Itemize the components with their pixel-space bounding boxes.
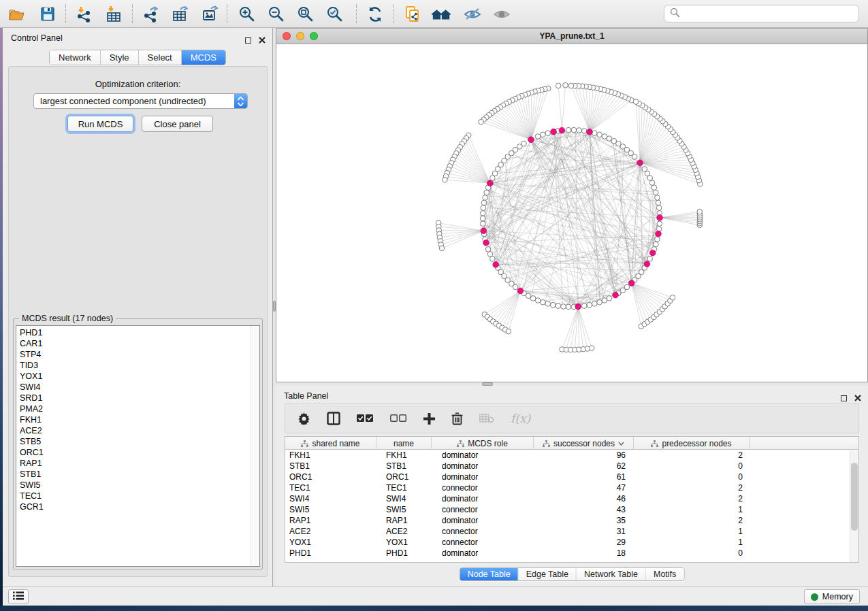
graph-node[interactable] [581, 303, 587, 309]
graph-node[interactable] [649, 180, 655, 186]
run-mcds-button[interactable]: Run MCDS [67, 116, 133, 132]
graph-node-mcds[interactable] [483, 240, 489, 246]
cell-shared-name[interactable]: STB1 [285, 461, 376, 472]
cell-MCDS-role[interactable]: dominator [432, 548, 534, 559]
export-image-icon[interactable] [200, 4, 221, 24]
graph-node[interactable] [550, 302, 556, 308]
graph-node[interactable] [556, 303, 561, 309]
graph-node[interactable] [490, 257, 496, 262]
cell-shared-name[interactable]: YOX1 [285, 537, 376, 548]
graph-node[interactable] [439, 246, 445, 251]
deselect-all-checks-icon[interactable] [390, 414, 407, 423]
column-header-successor-nodes[interactable]: successor nodes [534, 437, 634, 450]
cell-shared-name[interactable]: FKH1 [285, 450, 376, 461]
column-layout-icon[interactable] [327, 412, 340, 425]
mcds-result-item[interactable]: TEC1 [16, 491, 259, 501]
graph-node[interactable] [592, 301, 598, 307]
cell-name[interactable]: STB1 [376, 461, 432, 472]
cell-name[interactable]: ACE2 [376, 526, 432, 537]
graph-node[interactable] [526, 293, 531, 299]
cell-successor-nodes[interactable]: 31 [534, 526, 634, 537]
cell-successor-nodes[interactable]: 29 [534, 537, 634, 548]
hide-selected-icon[interactable] [462, 4, 483, 24]
graph-node[interactable] [480, 211, 485, 216]
network-canvas[interactable] [276, 44, 867, 382]
cell-MCDS-role[interactable]: connector [432, 504, 534, 515]
cell-name[interactable]: ORC1 [376, 472, 432, 482]
clone-network-icon[interactable] [402, 4, 423, 24]
graph-node[interactable] [485, 247, 491, 252]
mcds-result-item[interactable]: RAP1 [16, 458, 259, 469]
cell-successor-nodes[interactable]: 47 [534, 482, 634, 493]
mcds-result-item[interactable]: FKH1 [16, 414, 259, 425]
graph-node[interactable] [602, 134, 607, 139]
graph-node[interactable] [484, 190, 489, 195]
graph-node-mcds[interactable] [628, 280, 634, 286]
graph-node[interactable] [656, 205, 662, 211]
search-input[interactable] [684, 7, 858, 20]
tab-network[interactable]: Network [50, 50, 101, 65]
cell-name[interactable]: FKH1 [376, 450, 432, 461]
graph-node[interactable] [597, 132, 602, 137]
graph-node-mcds[interactable] [649, 250, 656, 257]
graph-node[interactable] [545, 301, 551, 307]
show-all-icon[interactable] [492, 4, 512, 24]
cell-name[interactable]: PHD1 [376, 548, 432, 559]
cell-shared-name[interactable]: RAP1 [285, 515, 376, 526]
zoom-selected-icon[interactable] [325, 4, 345, 24]
graph-node[interactable] [541, 132, 546, 137]
graph-node[interactable] [602, 298, 607, 303]
cell-MCDS-role[interactable]: dominator [432, 450, 534, 461]
network-view[interactable] [276, 44, 867, 382]
scrollbar-thumb[interactable] [851, 463, 858, 531]
mcds-result-item[interactable]: YOX1 [16, 371, 259, 382]
mcds-result-item[interactable]: ACE2 [16, 425, 259, 436]
cell-predecessor-nodes[interactable]: 0 [634, 461, 750, 472]
mcds-result-item[interactable]: SWI4 [16, 382, 259, 393]
graph-node[interactable] [587, 302, 592, 308]
tab-node-table[interactable]: Node Table [460, 568, 519, 580]
mcds-result-item[interactable]: STB5 [16, 436, 259, 447]
close-panel-button[interactable]: Close panel [142, 116, 213, 132]
tab-mcds[interactable]: MCDS [182, 50, 225, 65]
list-scrollbar[interactable] [251, 326, 259, 566]
delete-column-icon[interactable] [451, 412, 463, 425]
graph-node-mcds[interactable] [551, 129, 557, 135]
graph-node[interactable] [530, 296, 536, 301]
table-scrollbar[interactable] [850, 450, 858, 562]
close-panel-icon[interactable] [854, 392, 861, 404]
table-row[interactable]: FKH1FKH1dominator962 [285, 450, 858, 461]
close-panel-icon[interactable] [259, 34, 266, 46]
graph-node[interactable] [541, 299, 546, 305]
graph-node[interactable] [607, 296, 612, 301]
select-all-checks-icon[interactable] [357, 414, 374, 423]
cell-shared-name[interactable]: SWI4 [285, 493, 376, 504]
graph-node-mcds[interactable] [487, 180, 494, 186]
cell-MCDS-role[interactable]: dominator [432, 461, 534, 472]
graph-node-mcds[interactable] [481, 228, 487, 234]
mcds-result-item[interactable]: SRD1 [16, 393, 259, 403]
graph-node[interactable] [481, 200, 487, 205]
graph-node[interactable] [480, 216, 485, 221]
cell-shared-name[interactable]: TEC1 [285, 482, 376, 493]
table-row[interactable]: TEC1TEC1connector472 [285, 482, 858, 493]
graph-node[interactable] [642, 167, 647, 172]
mcds-result-item[interactable]: PMA2 [16, 403, 259, 414]
column-header-name[interactable]: name [376, 437, 432, 450]
cell-successor-nodes[interactable]: 46 [534, 493, 634, 504]
cell-MCDS-role[interactable]: dominator [432, 472, 534, 482]
graph-node[interactable] [566, 127, 571, 133]
cell-successor-nodes[interactable]: 96 [534, 450, 634, 461]
graph-node-mcds[interactable] [657, 215, 663, 221]
tab-network-table[interactable]: Network Table [577, 568, 646, 580]
import-network-icon[interactable] [74, 4, 94, 24]
graph-node[interactable] [657, 221, 662, 227]
zoom-out-icon[interactable] [266, 4, 287, 24]
open-file-icon[interactable] [7, 4, 27, 24]
table-row[interactable]: PHD1PHD1dominator180 [285, 548, 858, 559]
graph-node[interactable] [561, 304, 566, 310]
column-header-MCDS-role[interactable]: MCDS role [432, 437, 534, 450]
graph-node[interactable] [571, 127, 577, 133]
mcds-result-item[interactable]: STP4 [16, 349, 259, 360]
zoom-in-icon[interactable] [237, 4, 257, 24]
